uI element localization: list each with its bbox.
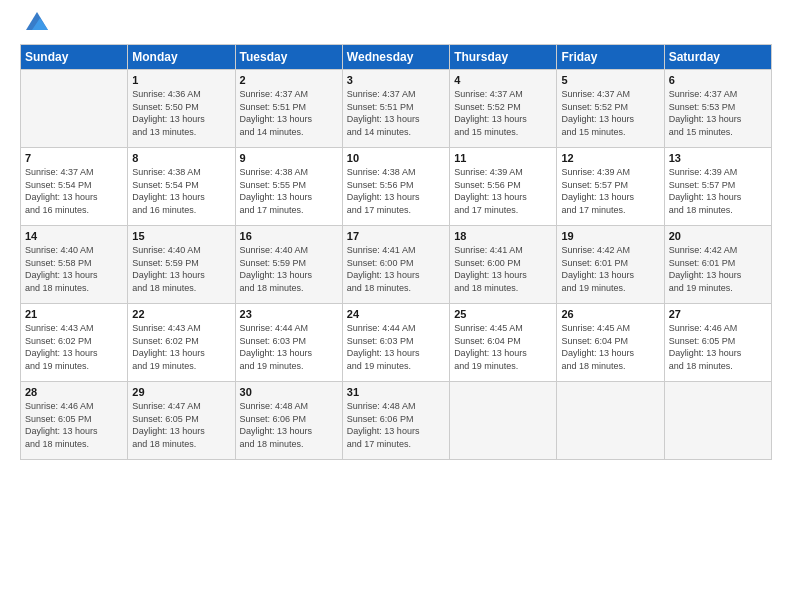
col-header-monday: Monday — [128, 45, 235, 70]
day-number: 31 — [347, 386, 445, 398]
day-number: 26 — [561, 308, 659, 320]
col-header-thursday: Thursday — [450, 45, 557, 70]
day-info: Sunrise: 4:44 AM Sunset: 6:03 PM Dayligh… — [347, 322, 445, 372]
day-info: Sunrise: 4:37 AM Sunset: 5:51 PM Dayligh… — [347, 88, 445, 138]
day-cell: 15Sunrise: 4:40 AM Sunset: 5:59 PM Dayli… — [128, 226, 235, 304]
col-header-tuesday: Tuesday — [235, 45, 342, 70]
day-number: 18 — [454, 230, 552, 242]
day-info: Sunrise: 4:40 AM Sunset: 5:59 PM Dayligh… — [132, 244, 230, 294]
day-info: Sunrise: 4:37 AM Sunset: 5:53 PM Dayligh… — [669, 88, 767, 138]
day-info: Sunrise: 4:39 AM Sunset: 5:57 PM Dayligh… — [561, 166, 659, 216]
header-row: SundayMondayTuesdayWednesdayThursdayFrid… — [21, 45, 772, 70]
day-number: 16 — [240, 230, 338, 242]
day-cell: 3Sunrise: 4:37 AM Sunset: 5:51 PM Daylig… — [342, 70, 449, 148]
day-cell: 31Sunrise: 4:48 AM Sunset: 6:06 PM Dayli… — [342, 382, 449, 460]
day-cell — [21, 70, 128, 148]
day-info: Sunrise: 4:40 AM Sunset: 5:59 PM Dayligh… — [240, 244, 338, 294]
logo-icon — [24, 8, 50, 34]
week-row-4: 21Sunrise: 4:43 AM Sunset: 6:02 PM Dayli… — [21, 304, 772, 382]
day-cell: 8Sunrise: 4:38 AM Sunset: 5:54 PM Daylig… — [128, 148, 235, 226]
day-cell: 13Sunrise: 4:39 AM Sunset: 5:57 PM Dayli… — [664, 148, 771, 226]
day-number: 1 — [132, 74, 230, 86]
day-cell: 12Sunrise: 4:39 AM Sunset: 5:57 PM Dayli… — [557, 148, 664, 226]
day-info: Sunrise: 4:41 AM Sunset: 6:00 PM Dayligh… — [347, 244, 445, 294]
day-cell: 17Sunrise: 4:41 AM Sunset: 6:00 PM Dayli… — [342, 226, 449, 304]
col-header-friday: Friday — [557, 45, 664, 70]
day-info: Sunrise: 4:42 AM Sunset: 6:01 PM Dayligh… — [561, 244, 659, 294]
day-cell: 27Sunrise: 4:46 AM Sunset: 6:05 PM Dayli… — [664, 304, 771, 382]
day-number: 21 — [25, 308, 123, 320]
day-info: Sunrise: 4:48 AM Sunset: 6:06 PM Dayligh… — [240, 400, 338, 450]
day-info: Sunrise: 4:39 AM Sunset: 5:56 PM Dayligh… — [454, 166, 552, 216]
day-number: 9 — [240, 152, 338, 164]
week-row-5: 28Sunrise: 4:46 AM Sunset: 6:05 PM Dayli… — [21, 382, 772, 460]
day-info: Sunrise: 4:37 AM Sunset: 5:54 PM Dayligh… — [25, 166, 123, 216]
week-row-2: 7Sunrise: 4:37 AM Sunset: 5:54 PM Daylig… — [21, 148, 772, 226]
day-cell: 10Sunrise: 4:38 AM Sunset: 5:56 PM Dayli… — [342, 148, 449, 226]
day-cell: 11Sunrise: 4:39 AM Sunset: 5:56 PM Dayli… — [450, 148, 557, 226]
col-header-sunday: Sunday — [21, 45, 128, 70]
day-cell: 26Sunrise: 4:45 AM Sunset: 6:04 PM Dayli… — [557, 304, 664, 382]
day-info: Sunrise: 4:45 AM Sunset: 6:04 PM Dayligh… — [561, 322, 659, 372]
day-cell — [664, 382, 771, 460]
day-number: 25 — [454, 308, 552, 320]
day-number: 12 — [561, 152, 659, 164]
day-info: Sunrise: 4:39 AM Sunset: 5:57 PM Dayligh… — [669, 166, 767, 216]
day-cell: 9Sunrise: 4:38 AM Sunset: 5:55 PM Daylig… — [235, 148, 342, 226]
day-number: 20 — [669, 230, 767, 242]
day-number: 8 — [132, 152, 230, 164]
day-number: 13 — [669, 152, 767, 164]
day-number: 24 — [347, 308, 445, 320]
day-cell: 2Sunrise: 4:37 AM Sunset: 5:51 PM Daylig… — [235, 70, 342, 148]
day-number: 7 — [25, 152, 123, 164]
day-cell — [557, 382, 664, 460]
day-cell: 29Sunrise: 4:47 AM Sunset: 6:05 PM Dayli… — [128, 382, 235, 460]
week-row-1: 1Sunrise: 4:36 AM Sunset: 5:50 PM Daylig… — [21, 70, 772, 148]
day-cell: 19Sunrise: 4:42 AM Sunset: 6:01 PM Dayli… — [557, 226, 664, 304]
day-info: Sunrise: 4:38 AM Sunset: 5:54 PM Dayligh… — [132, 166, 230, 216]
col-header-wednesday: Wednesday — [342, 45, 449, 70]
day-number: 4 — [454, 74, 552, 86]
day-cell: 14Sunrise: 4:40 AM Sunset: 5:58 PM Dayli… — [21, 226, 128, 304]
header — [20, 16, 772, 34]
day-number: 10 — [347, 152, 445, 164]
day-cell: 28Sunrise: 4:46 AM Sunset: 6:05 PM Dayli… — [21, 382, 128, 460]
day-info: Sunrise: 4:45 AM Sunset: 6:04 PM Dayligh… — [454, 322, 552, 372]
day-cell: 22Sunrise: 4:43 AM Sunset: 6:02 PM Dayli… — [128, 304, 235, 382]
day-info: Sunrise: 4:44 AM Sunset: 6:03 PM Dayligh… — [240, 322, 338, 372]
day-number: 30 — [240, 386, 338, 398]
day-info: Sunrise: 4:37 AM Sunset: 5:51 PM Dayligh… — [240, 88, 338, 138]
day-cell — [450, 382, 557, 460]
day-info: Sunrise: 4:37 AM Sunset: 5:52 PM Dayligh… — [454, 88, 552, 138]
day-cell: 1Sunrise: 4:36 AM Sunset: 5:50 PM Daylig… — [128, 70, 235, 148]
day-cell: 16Sunrise: 4:40 AM Sunset: 5:59 PM Dayli… — [235, 226, 342, 304]
day-number: 29 — [132, 386, 230, 398]
day-cell: 20Sunrise: 4:42 AM Sunset: 6:01 PM Dayli… — [664, 226, 771, 304]
day-cell: 5Sunrise: 4:37 AM Sunset: 5:52 PM Daylig… — [557, 70, 664, 148]
day-info: Sunrise: 4:46 AM Sunset: 6:05 PM Dayligh… — [669, 322, 767, 372]
logo — [20, 16, 50, 34]
day-info: Sunrise: 4:40 AM Sunset: 5:58 PM Dayligh… — [25, 244, 123, 294]
day-info: Sunrise: 4:36 AM Sunset: 5:50 PM Dayligh… — [132, 88, 230, 138]
day-number: 14 — [25, 230, 123, 242]
day-cell: 6Sunrise: 4:37 AM Sunset: 5:53 PM Daylig… — [664, 70, 771, 148]
day-number: 28 — [25, 386, 123, 398]
day-info: Sunrise: 4:38 AM Sunset: 5:56 PM Dayligh… — [347, 166, 445, 216]
day-info: Sunrise: 4:42 AM Sunset: 6:01 PM Dayligh… — [669, 244, 767, 294]
day-number: 11 — [454, 152, 552, 164]
day-number: 27 — [669, 308, 767, 320]
day-number: 22 — [132, 308, 230, 320]
day-cell: 21Sunrise: 4:43 AM Sunset: 6:02 PM Dayli… — [21, 304, 128, 382]
page-container: SundayMondayTuesdayWednesdayThursdayFrid… — [0, 0, 792, 470]
day-cell: 30Sunrise: 4:48 AM Sunset: 6:06 PM Dayli… — [235, 382, 342, 460]
calendar-table: SundayMondayTuesdayWednesdayThursdayFrid… — [20, 44, 772, 460]
day-number: 15 — [132, 230, 230, 242]
day-cell: 7Sunrise: 4:37 AM Sunset: 5:54 PM Daylig… — [21, 148, 128, 226]
day-number: 5 — [561, 74, 659, 86]
day-number: 23 — [240, 308, 338, 320]
day-cell: 4Sunrise: 4:37 AM Sunset: 5:52 PM Daylig… — [450, 70, 557, 148]
day-info: Sunrise: 4:41 AM Sunset: 6:00 PM Dayligh… — [454, 244, 552, 294]
day-info: Sunrise: 4:38 AM Sunset: 5:55 PM Dayligh… — [240, 166, 338, 216]
week-row-3: 14Sunrise: 4:40 AM Sunset: 5:58 PM Dayli… — [21, 226, 772, 304]
day-number: 6 — [669, 74, 767, 86]
